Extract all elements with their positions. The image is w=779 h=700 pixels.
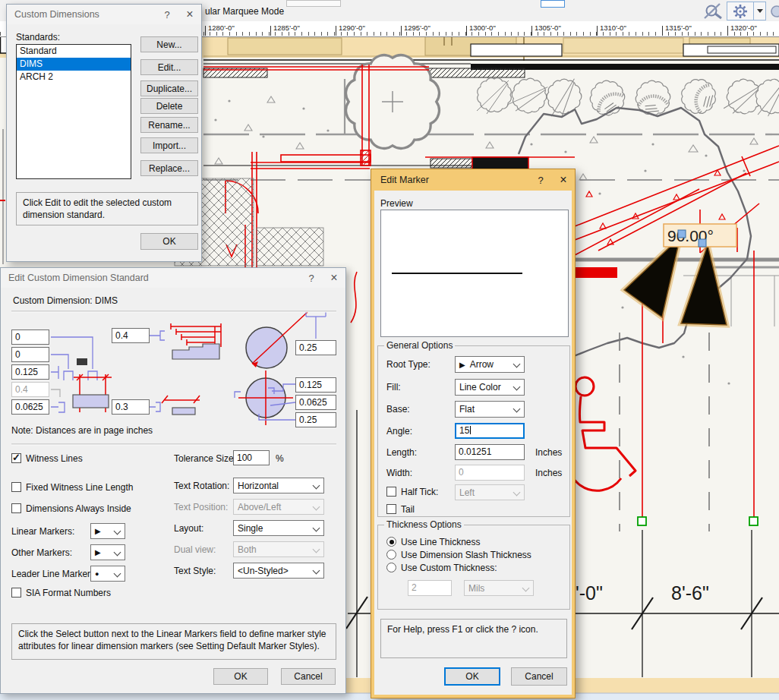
base-dropdown[interactable]: Flat [455,401,525,418]
sia-format-checkbox[interactable]: SIA Format Numbers [11,588,111,598]
center-mark-field-3[interactable]: 0.25 [295,412,336,427]
chain-offset-field[interactable]: 0.3 [112,399,150,415]
center-mark-field-2[interactable]: 0.0625 [295,395,336,410]
offset-field-2[interactable]: 0 [11,347,49,362]
import-button[interactable]: Import... [140,137,198,153]
length-field[interactable]: 0.01251 [455,444,525,460]
edit-button[interactable]: Edit... [140,59,198,75]
chevron-down-icon [114,549,121,557]
ok-button[interactable]: OK [140,233,198,250]
checkbox-icon [11,503,21,513]
close-icon[interactable]: × [552,173,575,187]
tolerance-size-label: Tolerance Size: [174,453,236,464]
list-item-arch2[interactable]: ARCH 2 [17,71,131,84]
use-line-thickness-radio[interactable]: Use Line Thickness [386,537,481,547]
offset-field-3[interactable]: 0.125 [11,364,49,380]
baseline-offset-field[interactable]: 0.4 [112,328,150,343]
radio-icon [386,550,396,560]
linear-markers-dropdown[interactable]: ▶ [90,523,125,539]
close-icon[interactable]: × [323,271,345,285]
witness-lines-checkbox[interactable]: Witness Lines [11,453,83,464]
ok-button[interactable]: OK [444,667,500,686]
dual-view-dropdown: Both [233,541,324,557]
rename-button[interactable]: Rename... [140,117,198,133]
tolerance-size-field[interactable]: 100 [233,450,270,465]
dimensions-inside-checkbox[interactable]: Dimensions Always Inside [11,503,131,514]
dialog-hint-text: Click Edit to edit the selected custom d… [16,192,198,225]
length-label: Length: [386,447,417,458]
ruler-label: 1310'-0" [600,24,626,32]
offset-field-1[interactable]: 0 [11,330,49,345]
layout-dropdown[interactable]: Single [233,520,324,536]
clipped-toolbar-icon[interactable] [769,2,779,20]
fill-dropdown[interactable]: Line Color [455,379,525,396]
application-window: 90.00° '-0" 8'-6" [0,0,779,700]
toolbar-clipped-control [286,0,341,7]
half-tick-checkbox[interactable]: Half Tick: [386,487,438,497]
replace-button[interactable]: Replace... [140,160,198,176]
marker-preview-box [380,210,569,337]
standards-label: Standards: [16,32,60,43]
ruler-label: 1300'-0" [469,24,496,32]
selection-handle[interactable] [678,230,686,238]
help-icon[interactable]: ? [300,273,323,284]
new-button[interactable]: New... [140,36,198,52]
settings-gear-button[interactable] [727,2,754,20]
edit-standard-titlebar[interactable]: Edit Custom Dimension Standard ? × [1,268,345,288]
edit-marker-titlebar[interactable]: Edit Marker ? × [371,169,575,191]
ruler-label: 1305'-0" [535,24,561,32]
tail-checkbox[interactable]: Tail [386,504,415,515]
delete-button[interactable]: Delete [140,98,198,114]
edit-marker-dialog: Edit Marker ? × Preview General Options … [371,169,576,698]
diameter-offset-field[interactable]: 0.25 [295,340,336,355]
mode-status-text: ular Marquee Mode [205,6,284,17]
help-icon[interactable]: ? [529,175,552,186]
list-item-standard[interactable]: Standard [17,45,131,58]
fill-label: Fill: [386,382,401,393]
other-markers-dropdown[interactable]: ▶ [90,544,125,560]
standards-listbox[interactable]: Standard DIMS ARCH 2 [16,44,131,179]
center-mark-field-1[interactable]: 0.125 [295,377,336,393]
gear-icon [733,4,748,19]
angle-field[interactable]: 15 [455,423,525,439]
half-tick-dropdown: Left [455,484,525,500]
custom-dimension-label: Custom Dimension: [13,295,93,306]
text-rotation-dropdown[interactable]: Horizontal [233,478,324,493]
list-item-dims[interactable]: DIMS [17,58,131,71]
angle-annotation[interactable]: 90.00° [664,224,736,247]
layout-label: Layout: [174,523,203,534]
close-icon[interactable]: × [178,8,201,21]
ruler-label: 1285'-0" [273,24,300,32]
offset-field-5[interactable]: 0.0625 [11,399,49,415]
text-style-dropdown[interactable]: <Un-Styled> [233,563,324,579]
angle-label: Angle: [386,426,412,437]
help-icon[interactable]: ? [156,9,178,20]
text-caret [470,426,471,434]
ruler-label: 1295'-0" [404,24,430,32]
zoom-tool-icon[interactable] [702,2,725,20]
settings-dropdown-button[interactable] [754,2,766,20]
dimension-text-left: '-0" [576,582,603,604]
text-style-label: Text Style: [174,566,216,576]
selection-handle[interactable] [699,239,706,247]
ok-button[interactable]: OK [213,668,268,685]
chevron-down-icon [757,9,763,13]
chevron-down-icon [313,567,320,575]
dialog-title: Edit Custom Dimension Standard [1,273,300,283]
length-unit-label: Inches [535,447,562,458]
width-field: 0 [455,465,525,481]
cancel-button[interactable]: Cancel [281,668,336,685]
angle-annotation-text: 90.00° [667,227,714,244]
custom-dimensions-titlebar[interactable]: Custom Dimensions ? × [7,5,201,24]
chevron-down-icon [313,503,320,511]
duplicate-button[interactable]: Duplicate... [140,80,198,96]
other-markers-label: Other Markers: [11,547,72,558]
custom-dimensions-dialog: Custom Dimensions ? × Standards: Standar… [6,4,202,262]
cancel-button[interactable]: Cancel [511,667,567,686]
fixed-witness-checkbox[interactable]: Fixed Witness Line Length [11,482,133,493]
leader-line-marker-dropdown[interactable]: ● [90,566,125,582]
use-dimension-slash-thickness-radio[interactable]: Use Dimension Slash Thickness [386,550,531,560]
use-custom-thickness-radio[interactable]: Use Custom Thickness: [386,563,497,573]
dialog-help-text: For Help, press F1 or click the ? icon. [380,619,567,658]
root-type-dropdown[interactable]: ▶Arrow [455,356,525,373]
